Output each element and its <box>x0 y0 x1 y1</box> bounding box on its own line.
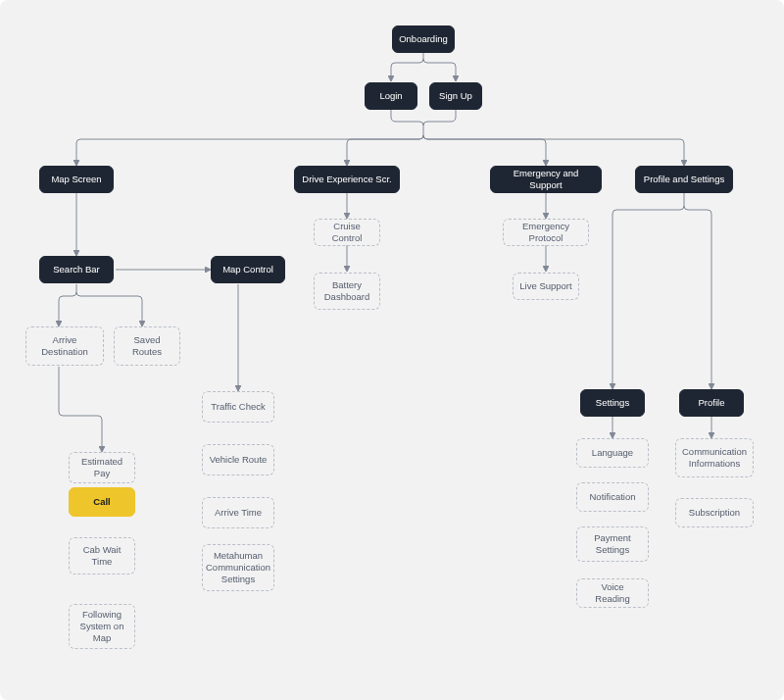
node-estimated-pay: Estimated Pay <box>69 452 135 483</box>
node-drive-experience: Drive Experience Scr. <box>294 166 400 193</box>
node-payment-settings: Payment Settings <box>576 526 649 562</box>
node-subscription: Subscription <box>675 498 754 527</box>
node-cab-wait-time: Cab Wait Time <box>69 537 135 575</box>
node-traffic-check: Traffic Check <box>202 391 274 423</box>
node-language: Language <box>576 438 649 468</box>
node-comm-info: Communication Informations <box>675 438 754 477</box>
node-arrive-destination: Arrive Destination <box>25 326 104 366</box>
node-settings: Settings <box>580 389 645 417</box>
node-call: Call <box>69 487 135 517</box>
node-search-bar: Search Bar <box>39 256 114 283</box>
node-map-screen: Map Screen <box>39 166 114 193</box>
node-onboarding: Onboarding <box>392 25 455 53</box>
node-map-control: Map Control <box>211 256 285 283</box>
node-saved-routes: Saved Routes <box>114 326 180 366</box>
node-live-support: Live Support <box>513 273 579 300</box>
node-profile: Profile <box>679 389 744 417</box>
node-metahuman: Metahuman Communication Settings <box>202 544 274 591</box>
flow-diagram: Onboarding Login Sign Up Map Screen Driv… <box>0 0 784 700</box>
node-voice-reading: Voice Reading <box>576 578 649 608</box>
node-emergency-protocol: Emergency Protocol <box>503 219 589 246</box>
node-profile-settings: Profile and Settings <box>635 166 733 193</box>
node-login: Login <box>365 82 417 110</box>
node-emergency-support: Emergency and Support <box>490 166 602 193</box>
node-signup: Sign Up <box>429 82 482 110</box>
node-following-system: Following System on Map <box>69 604 135 649</box>
node-arrive-time: Arrive Time <box>202 497 274 528</box>
node-battery-dashboard: Battery Dashboard <box>314 273 380 310</box>
node-notification: Notification <box>576 482 649 512</box>
node-vehicle-route: Vehicle Route <box>202 444 274 475</box>
node-cruise-control: Cruise Control <box>314 219 380 246</box>
